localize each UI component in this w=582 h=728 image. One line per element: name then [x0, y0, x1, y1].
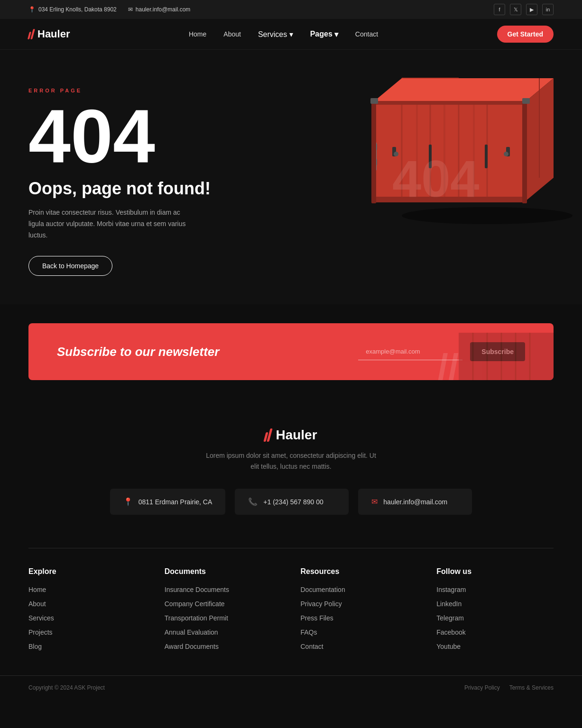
list-item: Privacy Policy	[301, 600, 418, 608]
error-section: ERROR PAGE 404 Oops, page not found! Pro…	[0, 50, 582, 304]
explore-home-link[interactable]: Home	[28, 586, 46, 593]
get-started-button[interactable]: Get Started	[497, 26, 554, 43]
youtube-icon[interactable]: ▶	[526, 4, 537, 15]
contact-address-card: 📍 0811 Erdman Prairie, CA	[110, 489, 226, 515]
footer-logo-icon	[265, 428, 271, 442]
list-item: Insurance Documents	[165, 585, 282, 594]
footer-logo-text: Hauler	[276, 428, 317, 443]
topbar-left: 📍 034 Erling Knolls, Dakota 8902 ✉ haule…	[28, 6, 190, 13]
nav-links: Home About Services ▾ Pages ▾ Contact	[189, 30, 378, 39]
nav-pages[interactable]: Pages ▾	[310, 30, 338, 39]
footer-bottom: Copyright © 2024 ASK Project Privacy Pol…	[0, 675, 582, 700]
nav-services[interactable]: Services ▾	[258, 30, 293, 39]
facebook-icon[interactable]: f	[494, 4, 505, 15]
list-item: Company Certificate	[165, 600, 282, 608]
logo-text: Hauler	[37, 28, 70, 40]
list-item: Telegram	[436, 614, 554, 622]
insurance-docs-link[interactable]: Insurance Documents	[165, 586, 229, 593]
contact-link[interactable]: Contact	[301, 643, 323, 650]
list-item: Projects	[28, 628, 146, 637]
press-files-link[interactable]: Press Files	[301, 614, 333, 622]
list-item: Press Files	[301, 614, 418, 622]
address-icon: 📍	[123, 497, 133, 506]
topbar-social: f 𝕏 ▶ in	[494, 4, 554, 15]
list-item: FAQs	[301, 628, 418, 637]
footer-col-explore: Explore Home About Services Projects Blo…	[28, 567, 146, 656]
contact-email-card: ✉ hauler.info@mail.com	[358, 489, 472, 515]
documents-links: Insurance Documents Company Certificate …	[165, 585, 282, 651]
faqs-link[interactable]: FAQs	[301, 628, 317, 636]
footer-description: Lorem ipsum dolor sit amet, consectetur …	[201, 450, 381, 472]
terms-services-link[interactable]: Terms & Services	[509, 684, 554, 691]
email-item: ✉ hauler.info@mail.com	[128, 6, 191, 13]
documentation-link[interactable]: Documentation	[301, 586, 345, 593]
telegram-link[interactable]: Telegram	[436, 614, 464, 622]
container-illustration: 404	[345, 64, 573, 225]
nav-home[interactable]: Home	[189, 30, 206, 38]
svg-rect-26	[522, 98, 530, 104]
resources-title: Resources	[301, 567, 418, 576]
location-icon: 📍	[28, 6, 36, 13]
transport-permit-link[interactable]: Transportation Permit	[165, 614, 228, 622]
newsletter-bg-image	[459, 323, 554, 380]
logo: Hauler	[28, 28, 70, 40]
list-item: Blog	[28, 642, 146, 651]
list-item: Transportation Permit	[165, 614, 282, 622]
company-cert-link[interactable]: Company Certificate	[165, 600, 225, 608]
explore-blog-link[interactable]: Blog	[28, 643, 42, 650]
svg-rect-28	[485, 145, 488, 168]
svg-rect-23	[371, 100, 376, 203]
list-item: LinkedIn	[436, 600, 554, 608]
footer-col-social: Follow us Instagram LinkedIn Telegram Fa…	[436, 567, 554, 656]
explore-projects-link[interactable]: Projects	[28, 628, 53, 636]
footer-links-section: Explore Home About Services Projects Blo…	[0, 548, 582, 675]
list-item: Award Documents	[165, 642, 282, 651]
footer-top: Hauler Lorem ipsum dolor sit amet, conse…	[0, 399, 582, 548]
svg-rect-22	[373, 101, 525, 105]
list-item: About	[28, 600, 146, 608]
social-links: Instagram LinkedIn Telegram Facebook You…	[436, 585, 554, 651]
explore-about-link[interactable]: About	[28, 600, 46, 608]
email-text: hauler.info@mail.com	[136, 6, 191, 13]
list-item: Services	[28, 614, 146, 622]
list-item: Instagram	[436, 585, 554, 594]
svg-point-0	[402, 207, 573, 224]
footer-contact-cards: 📍 0811 Erdman Prairie, CA 📞 +1 (234) 567…	[28, 489, 554, 515]
list-item: Contact	[301, 642, 418, 651]
list-item: Youtube	[436, 642, 554, 651]
list-item: Annual Evaluation	[165, 628, 282, 637]
svg-rect-24	[522, 100, 527, 203]
award-docs-link[interactable]: Award Documents	[165, 643, 219, 650]
copyright-text: Copyright © 2024 ASK Project	[28, 684, 105, 691]
contact-email-text: hauler.info@mail.com	[383, 498, 447, 506]
resources-links: Documentation Privacy Policy Press Files…	[301, 585, 418, 651]
youtube-link[interactable]: Youtube	[436, 643, 461, 650]
linkedin-link[interactable]: LinkedIn	[436, 600, 462, 608]
privacy-policy-bottom-link[interactable]: Privacy Policy	[464, 684, 500, 691]
newsletter-section: // Subscribe to our newsletter Subscribe	[28, 323, 554, 380]
footer-logo: Hauler	[28, 428, 554, 443]
list-item: Documentation	[301, 585, 418, 594]
back-to-homepage-button[interactable]: Back to Homepage	[28, 256, 112, 276]
explore-services-link[interactable]: Services	[28, 614, 54, 622]
address-item: 📍 034 Erling Knolls, Dakota 8902	[28, 6, 117, 13]
address-text: 034 Erling Knolls, Dakota 8902	[38, 6, 117, 13]
annual-eval-link[interactable]: Annual Evaluation	[165, 628, 218, 636]
footer-bottom-links: Privacy Policy Terms & Services	[464, 684, 554, 691]
phone-icon: 📞	[248, 497, 258, 506]
privacy-policy-link[interactable]: Privacy Policy	[301, 600, 342, 608]
list-item: Home	[28, 585, 146, 594]
navbar: Hauler Home About Services ▾ Pages ▾ Con…	[0, 19, 582, 50]
followus-title: Follow us	[436, 567, 554, 576]
facebook-footer-link[interactable]: Facebook	[436, 628, 465, 636]
explore-title: Explore	[28, 567, 146, 576]
contact-address-text: 0811 Erdman Prairie, CA	[139, 498, 212, 506]
linkedin-icon[interactable]: in	[542, 4, 554, 15]
instagram-link[interactable]: Instagram	[436, 586, 466, 593]
nav-contact[interactable]: Contact	[355, 30, 378, 38]
twitter-icon[interactable]: 𝕏	[510, 4, 521, 15]
footer-col-resources: Resources Documentation Privacy Policy P…	[301, 567, 418, 656]
explore-links: Home About Services Projects Blog	[28, 585, 146, 651]
nav-about[interactable]: About	[223, 30, 241, 38]
footer-col-documents: Documents Insurance Documents Company Ce…	[165, 567, 282, 656]
